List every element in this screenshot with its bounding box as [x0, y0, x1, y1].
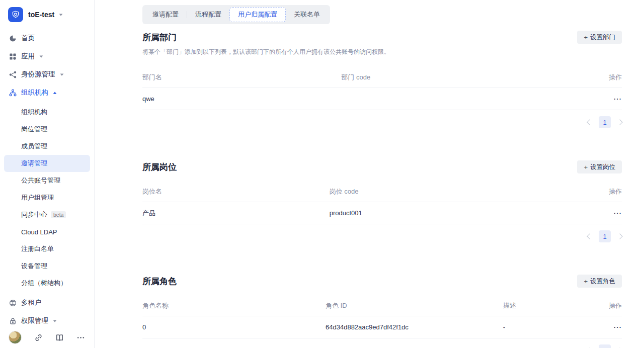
button-label: 设置岗位: [590, 163, 615, 171]
column-header: 岗位名: [142, 187, 330, 196]
subitem-label: Cloud LDAP: [21, 228, 57, 236]
sidebar-footer: [0, 327, 94, 348]
section-title: 所属角色: [142, 276, 177, 287]
apps-icon: [9, 53, 17, 60]
subitem-label: 成员管理: [21, 142, 47, 151]
subitem-label: 公共账号管理: [21, 176, 60, 185]
sidebar-subitem-positions[interactable]: 岗位管理: [4, 121, 90, 138]
sidebar-scroll: toE-test 首页: [0, 0, 94, 327]
set-department-button[interactable]: + 设置部门: [577, 31, 622, 44]
table-header: 岗位名 岗位 code 操作: [142, 181, 622, 202]
role-name-cell: 0: [142, 323, 326, 331]
sidebar-item-label: 应用: [21, 52, 35, 61]
position-table: 岗位名 岗位 code 操作 产品 product001 ···: [142, 181, 622, 224]
main-content: 邀请配置 流程配置 用户归属配置 关联名单 所属部门 + 设置部门 将某个「部门…: [95, 0, 644, 348]
plus-icon: +: [584, 34, 588, 41]
sidebar-subitem-members[interactable]: 成员管理: [4, 138, 90, 155]
tab-user-attribution-config[interactable]: 用户归属配置: [229, 7, 286, 22]
lock-icon: [9, 317, 17, 325]
prev-page-icon[interactable]: [587, 119, 592, 125]
tab-invite-config[interactable]: 邀请配置: [144, 7, 187, 22]
pagination: 1: [142, 116, 622, 128]
sidebar-item-home[interactable]: 首页: [4, 29, 90, 47]
sidebar-item-identity-sources[interactable]: 身份源管理: [4, 65, 90, 83]
tab-bar: 邀请配置 流程配置 用户归属配置 关联名单: [142, 5, 330, 24]
subitem-label: 邀请管理: [21, 159, 47, 168]
section-role: 所属角色 + 设置角色 角色名称 角色 ID 描述 操作 0 64d34d882…: [142, 275, 622, 348]
link-icon[interactable]: [34, 333, 43, 342]
pagination: 1: [142, 344, 622, 348]
sidebar-item-multi-tenant[interactable]: 多租户: [4, 294, 90, 312]
section-position: 所属岗位 + 设置岗位 岗位名 岗位 code 操作 产品 product001…: [142, 160, 622, 242]
sidebar: toE-test 首页: [0, 0, 95, 348]
column-header-actions: 操作: [592, 73, 622, 82]
next-page-icon[interactable]: [617, 119, 622, 125]
sidebar-subitem-device-management[interactable]: 设备管理: [4, 257, 90, 275]
role-description-cell: -: [503, 323, 592, 331]
prev-page-icon[interactable]: [587, 233, 592, 239]
docs-book-icon[interactable]: [55, 333, 64, 342]
table-header: 部门名 部门 code 操作: [142, 67, 622, 88]
sidebar-subitem-sync-center[interactable]: 同步中心 beta: [4, 206, 90, 223]
position-name-cell: 产品: [142, 209, 330, 218]
org-icon: [9, 89, 17, 97]
sidebar-subitem-cloud-ldap[interactable]: Cloud LDAP: [4, 223, 90, 240]
sidebar-item-label: 组织机构: [21, 88, 48, 97]
column-header: 岗位 code: [330, 187, 592, 196]
set-position-button[interactable]: + 设置岗位: [577, 160, 622, 173]
row-actions-icon[interactable]: ···: [614, 209, 622, 217]
department-name-cell: qwe: [142, 95, 341, 103]
section-title: 所属部门: [142, 32, 177, 43]
workspace-name: toE-test: [28, 11, 54, 19]
app: toE-test 首页: [0, 0, 644, 348]
column-header: 部门 code: [341, 73, 592, 82]
tab-flow-config[interactable]: 流程配置: [187, 7, 229, 22]
tab-associated-list[interactable]: 关联名单: [286, 7, 328, 22]
subitem-label: 组织机构: [21, 108, 47, 117]
column-header: 角色名称: [142, 301, 326, 310]
page-number[interactable]: 1: [599, 116, 611, 128]
table-row: 产品 product001 ···: [142, 202, 622, 224]
section-description: 将某个「部门」添加到以下列表，默认该部门下的所有个人用户拥有该公共账号的访问权限…: [142, 48, 622, 56]
user-avatar[interactable]: [9, 331, 22, 344]
app-logo-shield-icon: [8, 7, 23, 22]
page-number[interactable]: 1: [599, 230, 611, 242]
set-role-button[interactable]: + 设置角色: [577, 275, 622, 288]
position-code-cell: product001: [330, 209, 592, 217]
section-department: 所属部门 + 设置部门 将某个「部门」添加到以下列表，默认该部门下的所有个人用户…: [142, 31, 622, 128]
row-actions-icon[interactable]: ···: [614, 95, 622, 103]
sidebar-submenu: 组织机构 岗位管理 成员管理 邀请管理 公共账号管理 用户组管理 同步中心 be…: [4, 104, 90, 292]
next-page-icon[interactable]: [617, 233, 622, 239]
tenant-icon: [9, 299, 17, 307]
column-header: 描述: [503, 301, 592, 310]
table-row: 0 64d34d882aac9ed7df42f1dc - ···: [142, 316, 622, 338]
button-label: 设置角色: [590, 277, 615, 286]
sidebar-item-label: 多租户: [21, 298, 42, 307]
role-id-cell: 64d34d882aac9ed7df42f1dc: [326, 323, 503, 331]
table-header: 角色名称 角色 ID 描述 操作: [142, 295, 622, 316]
sidebar-subitem-groups-tree[interactable]: 分组（树结构）: [4, 275, 90, 292]
table-row: qwe ···: [142, 88, 622, 110]
chevron-down-icon: [40, 55, 43, 57]
row-actions-icon[interactable]: ···: [614, 323, 622, 331]
sidebar-nav: 首页 应用: [4, 29, 90, 327]
sidebar-item-apps[interactable]: 应用: [4, 47, 90, 65]
sidebar-subitem-user-groups[interactable]: 用户组管理: [4, 189, 90, 206]
sidebar-subitem-organization[interactable]: 组织机构: [4, 104, 90, 121]
home-icon: [9, 35, 17, 42]
sidebar-item-organization[interactable]: 组织机构: [4, 83, 90, 102]
sidebar-subitem-invitations[interactable]: 邀请管理: [4, 155, 90, 172]
sidebar-subitem-shared-accounts[interactable]: 公共账号管理: [4, 172, 90, 189]
page-number[interactable]: 1: [599, 344, 611, 348]
column-header-actions: 操作: [592, 301, 622, 310]
column-header: 部门名: [142, 73, 341, 82]
share-icon: [9, 71, 17, 78]
beta-badge: beta: [51, 211, 66, 218]
sidebar-item-permissions[interactable]: 权限管理: [4, 312, 90, 327]
subitem-label: 同步中心: [21, 210, 47, 219]
workspace-switcher[interactable]: toE-test: [4, 6, 90, 23]
column-header: 角色 ID: [326, 301, 503, 310]
more-icon[interactable]: [76, 333, 86, 342]
subitem-label: 岗位管理: [21, 125, 47, 134]
sidebar-subitem-registration-whitelist[interactable]: 注册白名单: [4, 240, 90, 257]
